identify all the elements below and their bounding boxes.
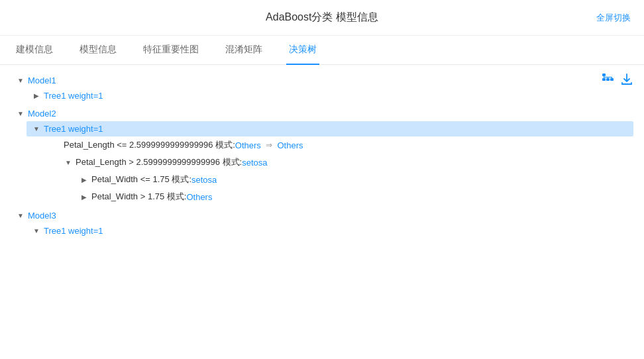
node2-1-text-prefix: Petal_Width <= 1.75 模式: [91, 174, 191, 185]
tab-build-info[interactable]: 建模信息 [13, 36, 56, 65]
model3-label: Model3 [28, 211, 56, 221]
model2-children: Tree1 weight=1 Petal_Length <= 2.5999999… [11, 121, 633, 205]
model3-toggle [16, 211, 25, 221]
tab-model-info[interactable]: 模型信息 [77, 36, 119, 65]
svg-rect-3 [610, 78, 614, 81]
model3-row[interactable]: Model3 [11, 208, 633, 223]
model2-label: Model2 [28, 109, 56, 119]
node2-children: Petal_Width <= 1.75 模式:setosa Petal_Widt… [58, 171, 633, 205]
model2-toggle [16, 109, 25, 119]
svg-rect-0 [602, 74, 606, 76]
model1-row[interactable]: Model1 [11, 73, 633, 88]
model3-section: Model3 Tree1 weight=1 [11, 208, 633, 238]
tab-bar: 建模信息 模型信息 特征重要性图 混淆矩阵 决策树 [0, 36, 644, 65]
node2-1-toggle [80, 175, 89, 184]
svg-rect-2 [602, 78, 606, 81]
tab-decision-tree[interactable]: 决策树 [286, 36, 319, 65]
node2-2-row[interactable]: Petal_Width > 1.75 模式:Others [74, 188, 633, 205]
node1-result: Others [277, 140, 303, 150]
download-icon[interactable] [620, 73, 633, 89]
model1-tree1-row[interactable]: Tree1 weight=1 [27, 88, 633, 103]
model2-tree1-label: Tree1 weight=1 [44, 124, 103, 134]
node2-1-row[interactable]: Petal_Width <= 1.75 模式:setosa [74, 171, 633, 188]
tab-feature-importance[interactable]: 特征重要性图 [140, 36, 201, 65]
node2-1-mode: setosa [191, 175, 217, 185]
model3-tree1-row[interactable]: Tree1 weight=1 [27, 223, 633, 238]
model1-section: Model1 Tree1 weight=1 [11, 73, 633, 103]
model1-tree1-toggle [32, 91, 41, 101]
model1-children: Tree1 weight=1 [11, 88, 633, 103]
model2-tree1-row[interactable]: Tree1 weight=1 [27, 121, 633, 136]
model2-row[interactable]: Model2 [11, 106, 633, 121]
model2-tree1-toggle [32, 125, 41, 134]
model1-toggle [16, 76, 25, 85]
node2-mode: setosa [242, 158, 267, 168]
svg-rect-1 [606, 78, 610, 81]
tree-container: Model1 Tree1 weight=1 Model2 Tree1 weigh… [0, 65, 644, 246]
fullscreen-button[interactable]: 全屏切换 [596, 12, 631, 24]
node2-toggle [64, 158, 73, 167]
content-area: Model1 Tree1 weight=1 Model2 Tree1 weigh… [0, 65, 644, 246]
model1-tree1-label: Tree1 weight=1 [44, 91, 103, 101]
content-actions [602, 73, 633, 89]
node2-2-toggle [80, 192, 89, 201]
page-title: AdaBoost分类 模型信息 [266, 11, 378, 25]
node1-mode: Others [235, 140, 261, 150]
model3-tree1-toggle [32, 227, 41, 236]
node2-2-text-prefix: Petal_Width > 1.75 模式: [91, 191, 186, 203]
model3-tree1-label: Tree1 weight=1 [44, 226, 103, 236]
node2-2-mode: Others [186, 192, 212, 202]
node2-text-prefix: Petal_Length > 2.5999999999999996 模式: [76, 156, 242, 168]
node1-text-prefix: Petal_Length <= 2.5999999999999996 模式: [64, 139, 235, 151]
model1-label: Model1 [28, 76, 56, 85]
tab-confusion-matrix[interactable]: 混淆矩阵 [223, 36, 265, 65]
model3-children: Tree1 weight=1 [11, 223, 633, 238]
model2-tree1-children: Petal_Length <= 2.5999999999999996 模式:Ot… [27, 136, 633, 205]
node1-arrow: ⇒ [264, 140, 275, 150]
page-header: AdaBoost分类 模型信息 全屏切换 [0, 0, 644, 36]
structure-icon[interactable] [602, 73, 615, 89]
model2-section: Model2 Tree1 weight=1 Petal_Length <= 2.… [11, 106, 633, 205]
node1-row: Petal_Length <= 2.5999999999999996 模式:Ot… [58, 136, 633, 154]
node2-row[interactable]: Petal_Length > 2.5999999999999996 模式:set… [58, 154, 633, 171]
